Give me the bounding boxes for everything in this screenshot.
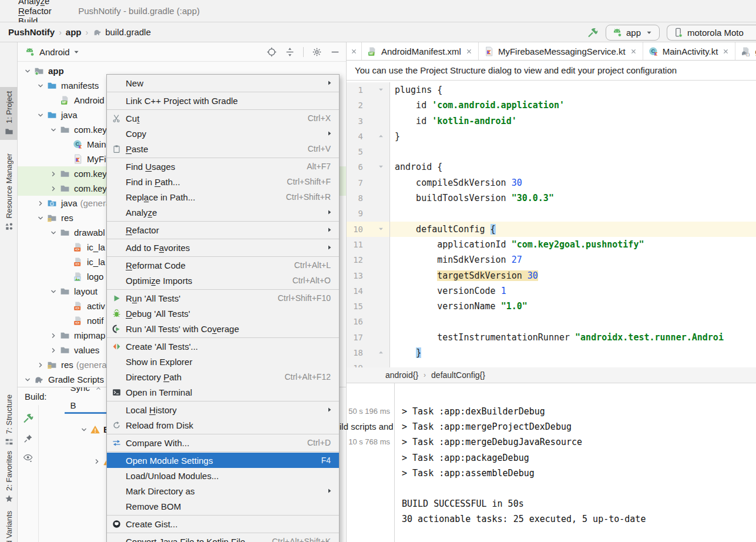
fold-marker[interactable] [372,159,390,175]
svg-text:<>: <> [75,262,80,266]
gear-icon[interactable] [312,47,322,57]
breadcrumb-module[interactable]: app [66,27,82,37]
tree-chevron-right-icon[interactable] [36,199,45,208]
context-menu-item-find-in-path[interactable]: Find in Path...Ctrl+Shift+F [107,174,339,189]
context-menu-item-cut[interactable]: CutCtrl+X [107,111,339,126]
fold-marker[interactable] [372,82,390,98]
context-menu-item-convert-java-file-to-kotlin-file[interactable]: Convert Java File to Kotlin FileCtrl+Alt… [107,534,339,542]
build-tabs: SyncB [65,387,108,414]
context-menu-item-analyze[interactable]: Analyze [107,205,339,220]
editor-tab-myfirebasemessagingservice-kt[interactable]: MyFirebaseMessagingService.kt [479,42,643,60]
breadcrumb-scope[interactable]: android{} [385,370,418,380]
editor-tab-g[interactable]: {}g [735,42,756,60]
fold-marker [372,237,390,252]
fold-marker[interactable] [372,222,390,237]
tree-chevron-down-icon[interactable] [23,67,32,75]
build-tab-sync[interactable]: Sync [65,387,108,396]
tree-chevron-right-icon[interactable] [93,457,101,466]
menu-analyze[interactable]: Analyze [12,0,59,6]
close-icon[interactable] [630,48,637,55]
context-menu-item-load-unload-modules[interactable]: Load/Unload Modules... [107,468,339,483]
collapse-all-icon[interactable] [285,47,295,57]
context-menu-item-open-in-terminal[interactable]: Open in Terminal [107,384,339,400]
stripe-tab-build-variants[interactable]: Build Variants [0,507,18,542]
context-menu-item-remove-bom[interactable]: Remove BOM [107,498,339,514]
editor-pane: MFAndroidManifest.xmlMyFirebaseMessaging… [347,42,756,542]
stripe-tab-2-favorites[interactable]: 2: Favorites [0,447,18,507]
close-icon[interactable] [95,387,102,392]
context-menu-item-local-history[interactable]: Local History [107,402,339,417]
context-menu-item-open-module-settings[interactable]: Open Module SettingsF4 [107,453,339,468]
context-menu-item-copy[interactable]: Copy [107,126,339,141]
tree-chevron-right-icon[interactable] [49,170,58,178]
context-menu-item-create-all-tests[interactable]: Create 'All Tests'... [107,339,339,354]
context-menu-item-show-in-explorer[interactable]: Show in Explorer [107,354,339,369]
chevron-down-icon[interactable] [72,48,80,56]
context-menu-item-run-all-tests-with-coverage[interactable]: Run 'All Tests' with Coverage [107,321,339,336]
breadcrumb-scope[interactable]: defaultConfig{} [431,370,485,380]
build-console[interactable]: > Task :app:dexBuilderDebug> Task :app:m… [395,383,756,542]
editor-tab-mainactivity-kt[interactable]: CMainActivity.kt [643,42,736,60]
context-menu-item-refactor[interactable]: Refactor [107,222,339,237]
context-menu-item-create-gist[interactable]: Create Gist... [107,516,339,531]
tree-chevron-right-icon[interactable] [49,346,58,354]
menu-separator [107,221,339,222]
context-menu-item-replace-in-path[interactable]: Replace in Path...Ctrl+Shift+R [107,189,339,205]
line-number: 4 [347,129,372,144]
run-configuration-selector[interactable]: app [606,25,660,41]
code-line: 17 testInstrumentationRunner "androidx.t… [347,330,756,345]
close-icon[interactable] [465,48,473,55]
window-title: PushNotify - build.gradle (:app) [78,6,200,16]
context-menu-item-mark-directory-as[interactable]: Mark Directory as [107,483,339,498]
close-icon[interactable] [347,42,362,60]
context-menu-item-reformat-code[interactable]: Reformat CodeCtrl+Alt+L [107,257,339,273]
fold-marker[interactable] [372,129,390,144]
hide-panel-icon[interactable] [330,47,340,57]
tree-chevron-down-icon[interactable] [36,111,45,119]
build-hammer-icon[interactable] [22,412,34,424]
eye-filter-icon[interactable] [23,453,33,463]
tree-chevron-down-icon[interactable] [36,82,45,90]
breadcrumb-project[interactable]: PushNotify [8,27,55,37]
menu-separator [107,239,339,239]
context-menu-item-paste[interactable]: PasteCtrl+V [107,141,339,156]
project-folder-icon [5,127,14,136]
menu-separator [107,109,339,110]
locate-file-icon[interactable] [267,47,277,57]
breadcrumb-file[interactable]: build.gradle [105,27,151,37]
context-menu-item-new[interactable]: New [107,75,339,91]
context-menu-item-add-to-favorites[interactable]: Add to Favorites [107,240,339,255]
tree-chevron-down-icon[interactable] [36,214,45,222]
tree-chevron-down-icon[interactable] [80,426,88,434]
context-menu-item-directory-path[interactable]: Directory PathCtrl+Alt+F12 [107,369,339,384]
build-hammer-icon[interactable] [587,26,599,38]
context-menu-item-link-c-project-with-gradle[interactable]: Link C++ Project with Gradle [107,93,339,108]
stripe-tab-resource-manager[interactable]: Resource Manager [0,149,18,235]
context-menu-item-reload-from-disk[interactable]: Reload from Disk [107,417,339,433]
pin-icon[interactable] [23,434,33,443]
tree-chevron-right-icon[interactable] [49,185,58,193]
build-tab-b[interactable]: B [65,396,108,414]
context-menu-item-find-usages[interactable]: Find UsagesAlt+F7 [107,159,339,174]
close-icon[interactable] [722,48,730,55]
tree-chevron-down-icon[interactable] [23,376,32,384]
folder-blue-icon [47,81,57,91]
tree-chevron-down-icon[interactable] [49,287,58,296]
tree-chevron-down-icon[interactable] [49,229,58,237]
context-menu-item-debug-all-tests[interactable]: Debug 'All Tests' [107,306,339,321]
tree-chevron-down-icon[interactable] [49,126,58,134]
fold-marker[interactable] [372,345,390,360]
menu-refactor[interactable]: Refactor [12,6,59,16]
tree-chevron-right-icon[interactable] [36,361,45,369]
code-editor[interactable]: 1plugins {2 id 'com.android.application'… [347,81,756,367]
device-selector[interactable]: motorola Moto [667,25,756,41]
stripe-tab-1-project[interactable]: 1: Project [0,87,18,140]
project-view-selector[interactable]: Android [39,47,70,57]
stripe-tab-7-structure[interactable]: 7: Structure [0,390,18,450]
editor-tab-androidmanifest-xml[interactable]: MFAndroidManifest.xml [362,42,479,60]
menu-separator [107,256,339,257]
context-menu-item-optimize-imports[interactable]: Optimize ImportsCtrl+Alt+O [107,273,339,288]
tree-chevron-right-icon[interactable] [49,332,58,340]
context-menu-item-run-all-tests[interactable]: Run 'All Tests'Ctrl+Shift+F10 [107,290,339,306]
context-menu-item-compare-with[interactable]: Compare With...Ctrl+D [107,435,339,450]
